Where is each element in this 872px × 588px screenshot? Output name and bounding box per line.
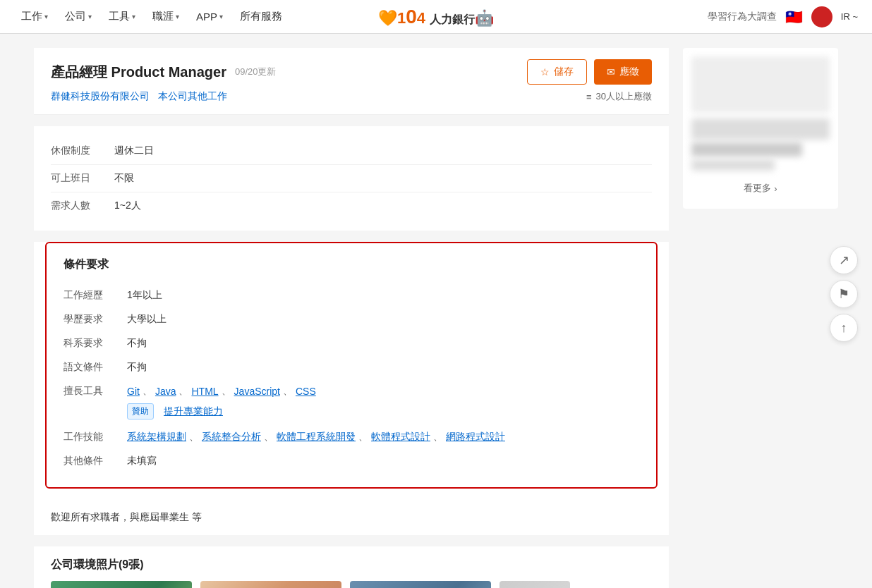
sidebar-ad-blurred-2 <box>691 118 830 140</box>
nav-user-name[interactable]: IR ~ <box>841 11 858 22</box>
share-button[interactable]: ↗ <box>830 246 858 274</box>
job-info-table: 休假制度 週休二日 可上班日 不限 需求人數 1~2人 <box>34 126 669 231</box>
skill-link-architecture[interactable]: 系統架構規劃 <box>127 431 186 443</box>
company-link[interactable]: 群健科技股份有限公司 <box>51 90 150 103</box>
nav-logo[interactable]: 🧡104 人力銀行🤖 <box>378 6 494 28</box>
see-more-button[interactable]: 看更多 › <box>691 176 830 200</box>
applicants-count: ≡ 30人以上應徵 <box>586 90 652 103</box>
skill-link-integration[interactable]: 系統整合分析 <box>202 431 261 443</box>
job-info-card: 休假制度 週休二日 可上班日 不限 需求人數 1~2人 <box>34 126 669 231</box>
nav-label-app: APP <box>196 11 217 23</box>
skill-link-network-prog[interactable]: 網路程式設計 <box>446 431 505 443</box>
company-photo-4 <box>499 581 570 588</box>
tool-link-css[interactable]: CSS <box>296 386 316 397</box>
nav-item-work[interactable]: 工作 ▾ <box>14 6 55 27</box>
cond-row-department: 科系要求 不拘 <box>63 331 639 355</box>
company-photo-1[interactable] <box>51 581 192 588</box>
skill-link-programming[interactable]: 軟體程式設計 <box>371 431 430 443</box>
nav-item-all-services[interactable]: 所有服務 <box>233 6 289 27</box>
star-icon: ☆ <box>540 66 550 78</box>
nav-right: 學習行為大調查 🇹🇼 IR ~ <box>708 6 858 27</box>
cond-value-education: 大學以上 <box>127 313 639 326</box>
tool-link-html[interactable]: HTML <box>191 386 218 397</box>
apply-button[interactable]: ✉ 應徵 <box>594 59 652 85</box>
job-header: 產品經理 Product Manager 09/20更新 ☆ 儲存 ✉ 應徵 <box>34 48 669 115</box>
nav-item-app[interactable]: APP ▾ <box>189 6 230 27</box>
nav-item-company[interactable]: 公司 ▾ <box>58 6 99 27</box>
chevron-down-icon: ▾ <box>88 13 92 20</box>
cond-value-experience: 1年以上 <box>127 289 639 302</box>
cond-label-other: 其他條件 <box>63 455 127 467</box>
conditions-box: 條件要求 工作經歷 1年以上 學歷要求 大學以上 科系要求 不拘 語文條件 不拘 <box>45 242 658 489</box>
nav-label-career: 職涯 <box>152 10 174 23</box>
share-icon: ↗ <box>839 252 849 268</box>
company-photo-3[interactable] <box>350 581 491 588</box>
info-label-vacation: 休假制度 <box>51 145 114 157</box>
nav-item-tools[interactable]: 工具 ▾ <box>102 6 143 27</box>
tool-links-container: Git、 Java、 HTML、 JavaScript、 CSS <box>127 385 639 398</box>
cond-row-tools: 擅長工具 Git、 Java、 HTML、 JavaScript、 CSS 贊助… <box>63 379 639 425</box>
tool-link-java[interactable]: Java <box>155 386 176 397</box>
save-label: 儲存 <box>554 66 574 78</box>
sidebar-card: 看更多 › <box>683 48 838 209</box>
welcome-section: 歡迎所有求職者，與應屆畢業生 等 <box>34 500 669 535</box>
cond-value-tools: Git、 Java、 HTML、 JavaScript、 CSS 贊助 提升專業… <box>127 385 639 419</box>
job-title: 產品經理 Product Manager <box>51 63 226 82</box>
flag-icon: ⚑ <box>838 286 849 302</box>
info-label-startdate: 可上班日 <box>51 172 114 185</box>
applicants-text: 30人以上應徵 <box>596 90 652 103</box>
company-photo-2[interactable] <box>200 581 341 588</box>
other-jobs-link[interactable]: 本公司其他工作 <box>158 90 227 103</box>
chevron-down-icon: ▾ <box>176 13 179 20</box>
save-button[interactable]: ☆ 儲存 <box>527 59 587 85</box>
cond-row-education: 學歷要求 大學以上 <box>63 307 639 331</box>
list-icon: ≡ <box>586 92 592 102</box>
chevron-right-icon: › <box>774 183 777 194</box>
cond-value-department: 不拘 <box>127 337 639 350</box>
cond-label-language: 語文條件 <box>63 361 127 374</box>
sponsor-row: 贊助 提升專業能力 <box>127 403 639 419</box>
nav-avatar[interactable] <box>811 6 832 27</box>
upgrade-skills-link[interactable]: 提升專業能力 <box>164 405 223 418</box>
sponsor-badge: 贊助 <box>127 403 154 419</box>
company-photos-card: 公司環境照片(9張) <box>34 546 669 588</box>
sep7: 、 <box>358 431 368 443</box>
see-more-text: 看更多 <box>744 182 771 195</box>
sep6: 、 <box>264 431 274 443</box>
sidebar-ad-blurred-4 <box>691 159 775 171</box>
cond-row-other: 其他條件 未填寫 <box>63 449 639 473</box>
job-actions: ☆ 儲存 ✉ 應徵 <box>527 59 652 85</box>
content-area: 產品經理 Product Manager 09/20更新 ☆ 儲存 ✉ 應徵 <box>34 48 669 588</box>
sep1: 、 <box>143 385 152 398</box>
sidebar-see-more-row: 看更多 › <box>691 176 830 200</box>
nav-survey-link[interactable]: 學習行為大調查 <box>708 11 777 23</box>
skill-link-software-eng[interactable]: 軟體工程系統開發 <box>277 431 356 443</box>
info-row-headcount: 需求人數 1~2人 <box>51 192 652 219</box>
nav-label-company: 公司 <box>65 10 86 23</box>
nav-label-all-services: 所有服務 <box>240 10 282 23</box>
chevron-down-icon: ▾ <box>44 13 48 20</box>
main-wrapper: 產品經理 Product Manager 09/20更新 ☆ 儲存 ✉ 應徵 <box>34 34 838 588</box>
info-value-headcount: 1~2人 <box>114 200 141 212</box>
cond-label-tools: 擅長工具 <box>63 385 127 419</box>
tool-link-git[interactable]: Git <box>127 386 140 397</box>
cond-row-experience: 工作經歷 1年以上 <box>63 283 639 307</box>
chevron-down-icon: ▾ <box>132 13 135 20</box>
chevron-down-icon: ▾ <box>219 13 223 20</box>
sep8: 、 <box>433 431 443 443</box>
cond-label-skills: 工作技能 <box>63 431 127 443</box>
sidebar-ad-blurred-1 <box>691 56 830 113</box>
scroll-top-button[interactable]: ↑ <box>830 314 858 342</box>
cond-row-skills: 工作技能 系統架構規劃、 系統整合分析、 軟體工程系統開發、 軟體程式設計、 網… <box>63 425 639 449</box>
info-value-vacation: 週休二日 <box>114 145 154 157</box>
sep5: 、 <box>189 431 199 443</box>
info-value-startdate: 不限 <box>114 172 134 185</box>
job-sub-row: 群健科技股份有限公司 本公司其他工作 ≡ 30人以上應徵 <box>51 90 652 103</box>
tool-link-javascript[interactable]: JavaScript <box>234 386 280 397</box>
float-buttons: ↗ ⚑ ↑ <box>830 246 858 342</box>
cond-row-language: 語文條件 不拘 <box>63 355 639 379</box>
sidebar: 看更多 › <box>683 48 838 588</box>
report-button[interactable]: ⚑ <box>830 280 858 308</box>
nav-item-career[interactable]: 職涯 ▾ <box>145 6 186 27</box>
cond-label-education: 學歷要求 <box>63 313 127 326</box>
